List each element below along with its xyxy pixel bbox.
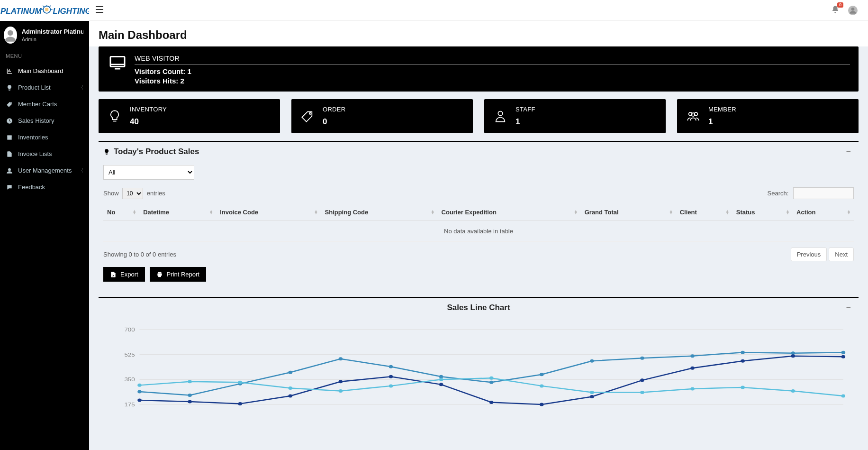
svg-point-70 — [137, 384, 142, 387]
sidebar-item-sales-history[interactable]: Sales History — [0, 112, 89, 129]
table-info: Showing 0 to 0 of 0 entries — [103, 251, 176, 258]
column-datetime[interactable]: Datetime▲▼ — [139, 204, 216, 221]
filter-select[interactable]: All — [103, 165, 194, 180]
sidebar-item-invoice-lists[interactable]: Invoice Lists — [0, 146, 89, 162]
export-icon — [110, 271, 117, 278]
column-action[interactable]: Action▲▼ — [793, 204, 854, 221]
user-icon — [6, 167, 13, 174]
monitor-icon — [107, 55, 128, 72]
sort-icon: ▲▼ — [669, 210, 673, 215]
previous-button[interactable]: Previous — [791, 248, 827, 261]
empty-row: No data available in table — [103, 221, 854, 242]
user-role: Admin — [22, 37, 83, 42]
search-input[interactable] — [793, 187, 854, 199]
svg-point-82 — [741, 386, 745, 389]
column-client[interactable]: Client▲▼ — [676, 204, 732, 221]
svg-rect-31 — [158, 275, 161, 277]
sidebar-item-main-dashboard[interactable]: Main Dashboard — [0, 63, 89, 79]
sidebar-menu: Main DashboardProduct List〈Member CartsS… — [0, 63, 89, 195]
sidebar-item-label: Sales History — [18, 117, 54, 124]
svg-text:700: 700 — [124, 327, 135, 333]
svg-point-78 — [540, 384, 544, 387]
person-icon — [492, 110, 509, 123]
column-courier-expedition[interactable]: Courier Expedition▲▼ — [438, 204, 581, 221]
svg-point-50 — [640, 357, 644, 360]
svg-rect-16 — [7, 136, 11, 139]
sidebar-item-feedback[interactable]: Feedback — [0, 179, 89, 195]
menu-header: MENU — [0, 49, 89, 63]
card-title: WEB VISITOR — [135, 55, 850, 64]
notification-badge: 0 — [837, 2, 843, 8]
sidebar-item-label: Member Carts — [18, 101, 57, 108]
sidebar-item-label: Inventories — [18, 134, 48, 141]
bulb-icon — [106, 110, 123, 123]
svg-point-45 — [389, 365, 393, 368]
print-icon — [156, 271, 163, 278]
file-icon — [6, 151, 13, 157]
svg-point-61 — [439, 383, 443, 386]
sort-icon: ▲▼ — [314, 210, 318, 215]
sidebar-item-user-managements[interactable]: User Managements〈 — [0, 162, 89, 179]
sales-table: No▲▼Datetime▲▼Invoice Code▲▼Shipping Cod… — [103, 204, 854, 242]
sort-icon: ▲▼ — [132, 210, 136, 215]
svg-point-63 — [540, 403, 544, 406]
user-menu-button[interactable] — [848, 6, 858, 15]
brand-logo[interactable]: PLATINUM LIGHTING — [0, 0, 89, 21]
next-button[interactable]: Next — [829, 248, 854, 261]
sort-icon: ▲▼ — [786, 210, 790, 215]
svg-point-52 — [741, 351, 745, 354]
svg-text:175: 175 — [124, 402, 135, 406]
svg-point-55 — [137, 398, 142, 402]
sidebar-item-inventories[interactable]: Inventories — [0, 129, 89, 146]
svg-point-84 — [841, 394, 846, 397]
svg-point-53 — [791, 351, 795, 355]
svg-point-43 — [289, 371, 293, 374]
chart-title: Sales Line Chart — [447, 303, 510, 312]
svg-rect-17 — [7, 135, 11, 136]
bulb-icon — [6, 84, 13, 91]
page-title: Main Dashboard — [99, 28, 859, 42]
svg-point-59 — [339, 380, 343, 383]
svg-line-5 — [43, 5, 44, 7]
svg-point-67 — [741, 359, 745, 363]
chevron-left-icon: 〈 — [79, 84, 83, 91]
column-invoice-code[interactable]: Invoice Code▲▼ — [216, 204, 321, 221]
user-panel: Administrator Platinum W... Admin — [0, 21, 89, 49]
svg-point-58 — [289, 394, 293, 397]
svg-point-65 — [640, 378, 644, 382]
notifications-button[interactable]: 0 — [831, 5, 840, 16]
print-button[interactable]: Print Report — [150, 267, 206, 282]
tags-icon — [6, 101, 13, 108]
svg-point-73 — [289, 386, 293, 390]
svg-point-46 — [439, 375, 443, 378]
sidebar-item-label: Main Dashboard — [18, 67, 63, 74]
length-select[interactable]: 10 — [122, 188, 143, 199]
search-control: Search: — [768, 187, 854, 199]
export-button[interactable]: Export — [103, 267, 145, 282]
chart-icon — [6, 68, 13, 74]
sort-icon: ▲▼ — [725, 210, 730, 215]
sidebar-item-member-carts[interactable]: Member Carts — [0, 96, 89, 112]
sidebar: Administrator Platinum W... Admin MENU M… — [0, 21, 89, 450]
svg-point-11 — [851, 8, 855, 11]
user-name: Administrator Platinum W... — [22, 28, 83, 35]
svg-point-57 — [238, 402, 242, 405]
sort-icon: ▲▼ — [574, 210, 578, 215]
sales-line-chart: 700525350175 — [103, 321, 854, 406]
card-web-visitor: WEB VISITOR Visitors Count: 1 Visitors H… — [99, 46, 859, 92]
svg-point-72 — [238, 381, 242, 384]
sidebar-item-label: Invoice Lists — [18, 150, 52, 157]
column-no[interactable]: No▲▼ — [103, 204, 139, 221]
box-icon — [6, 134, 13, 141]
sort-icon: ▲▼ — [209, 210, 213, 215]
column-status[interactable]: Status▲▼ — [732, 204, 793, 221]
chevron-left-icon: 〈 — [79, 167, 83, 174]
sidebar-item-product-list[interactable]: Product List〈 — [0, 79, 89, 96]
sort-icon: ▲▼ — [847, 210, 851, 215]
sidebar-toggle-button[interactable] — [89, 5, 110, 15]
column-shipping-code[interactable]: Shipping Code▲▼ — [321, 204, 438, 221]
collapse-button[interactable]: − — [843, 303, 854, 312]
column-grand-total[interactable]: Grand Total▲▼ — [581, 204, 676, 221]
people-icon — [685, 110, 702, 123]
collapse-button[interactable]: − — [843, 147, 854, 156]
